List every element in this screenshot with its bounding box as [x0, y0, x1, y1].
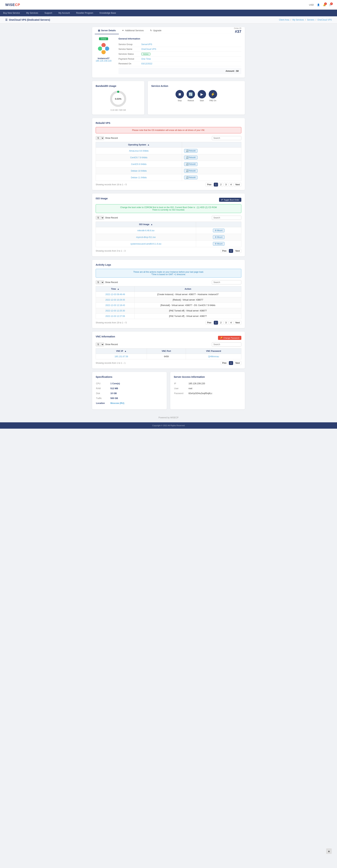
vnc-search-input[interactable] [212, 342, 241, 346]
rebuild-button[interactable]: 🔄 Rebuild [184, 162, 197, 166]
rebuild-page-3-btn[interactable]: 3 [224, 183, 228, 187]
cart-icon[interactable]: 🛒 0 [329, 3, 332, 6]
activity-page-3-btn[interactable]: 3 [224, 321, 228, 324]
activity-time-cell: 2022-12-03 12:27:06 [96, 314, 134, 319]
svg-point-2 [98, 46, 102, 51]
server-visual: Online instance37 185.126.239.220 [96, 37, 112, 62]
tab-upgrade[interactable]: ↻ Upgrade [147, 27, 165, 34]
svg-point-3 [105, 46, 109, 51]
activity-page-2-btn[interactable]: 2 [219, 321, 223, 324]
specs-access-row: Specifications CPU 1 Core(s) RAM 512 MB … [92, 372, 245, 409]
vnc-show-select[interactable]: 51025 [96, 342, 104, 346]
access-value-password: 82eXyGDHuZeqtf5nj8Lc [188, 391, 241, 396]
activity-logs-section: Activity Logs These are all the actions … [92, 260, 245, 328]
nav-knowledge-base[interactable]: Knowledge Base [96, 10, 119, 16]
iso-next-btn[interactable]: Next [234, 249, 241, 253]
reboot-action[interactable]: 🔄 Reboot [187, 90, 195, 101]
nav-my-services[interactable]: My Services [23, 10, 41, 16]
table-row: CentOS 8 64bits 🔄 Rebuild [96, 161, 241, 167]
vnc-password-cell: QHMnmrau [186, 354, 241, 359]
start-action[interactable]: ▶ Start [197, 90, 206, 101]
activity-prev-btn[interactable]: Prev [206, 321, 213, 324]
notification-icon[interactable]: 🔔 1 [323, 3, 326, 6]
activity-action-cell: [PAE Turned off] - Virtual server: 43807… [134, 308, 241, 314]
pae-action[interactable]: ⚡ PAE On [209, 90, 217, 101]
vnc-page-1-btn[interactable]: 1 [229, 361, 233, 365]
payment-period-value[interactable]: One Time [141, 58, 151, 60]
iso-prev-btn[interactable]: Prev [221, 249, 228, 253]
activity-showing-text: Showing records from 19 to 1 – 5 [96, 321, 127, 324]
iso-showing-text: Showing records from 3 to 1 – 3 [96, 250, 125, 252]
rebuild-button[interactable]: 🔄 Rebuild [184, 176, 197, 179]
rebuild-show-select[interactable]: 51025 [96, 136, 104, 140]
access-label-password: Password [174, 391, 188, 396]
notification-badge: 1 [324, 2, 327, 5]
activity-time-header: Time ▲ [96, 286, 134, 292]
rebuild-prev-btn[interactable]: Prev [206, 183, 213, 187]
rebuild-next-btn[interactable]: Next [234, 183, 241, 187]
nav-my-account[interactable]: My Account [55, 10, 73, 16]
table-row: 2022-12-03 12:25:30 [PAE Turned off] - V… [96, 308, 241, 314]
breadcrumb-onecloud-vps[interactable]: OneCloud VPS [317, 19, 332, 21]
iso-search-input[interactable] [212, 216, 241, 220]
service-group-value[interactable]: ServerVPS [141, 43, 152, 45]
vnc-pagination: Showing records from 1 to 1 – 1 Prev 1 N… [96, 361, 241, 365]
activity-show-select[interactable]: 51025 [96, 280, 104, 284]
rebuild-button[interactable]: 🔄 Rebuild [184, 156, 197, 159]
rebuild-button[interactable]: 🔄 Rebuild [184, 169, 197, 173]
user-icon[interactable]: 👤 [317, 3, 320, 6]
additional-services-icon: ✦ [122, 29, 124, 32]
toggle-boot-order-button[interactable]: ⇄ Toggle Boot Order [219, 198, 241, 202]
activity-next-btn[interactable]: Next [234, 321, 241, 324]
os-name-cell: AlmaLinux 8.6 64bits [96, 148, 182, 154]
vnc-section: VNC Information 🔑 Change Password 51025 … [92, 332, 245, 369]
iso-show-select[interactable]: 51025 [96, 216, 104, 220]
nav-buy-new-service[interactable]: Buy New Service [0, 10, 23, 16]
access-value-user: root [188, 386, 241, 391]
renewed-on-value[interactable]: 03/12/2022 [141, 62, 152, 65]
mount-button[interactable]: ⚙ Mount [213, 235, 224, 239]
service-name-value[interactable]: OneCloud VPS [141, 48, 156, 50]
spec-value-ram: 512 MB [111, 386, 163, 391]
nav-support[interactable]: Support [41, 10, 55, 16]
activity-page-4-btn[interactable]: 4 [229, 321, 233, 324]
table-row: 2022-12-03 12:18:43 [Reinstall] - Virtua… [96, 303, 241, 308]
mount-button[interactable]: ⚙ Mount [213, 228, 224, 232]
iso-page-1-btn[interactable]: 1 [229, 249, 233, 253]
tab-additional-services[interactable]: ✦ Additional Services [119, 27, 147, 34]
nav-reseller-program[interactable]: Reseller Program [73, 10, 96, 16]
rebuild-page-2-btn[interactable]: 2 [219, 183, 223, 187]
change-password-button[interactable]: 🔑 Change Password [218, 336, 241, 340]
rebuild-search-input[interactable] [212, 136, 241, 140]
rebuild-page-4-btn[interactable]: 4 [229, 183, 233, 187]
spec-value-location: Moscow (RU) [111, 401, 163, 405]
mount-button[interactable]: ⚙ Mount [213, 242, 224, 246]
vnc-prev-btn[interactable]: Prev [221, 361, 228, 365]
activity-action-cell: [Reinstall] - Virtual server: 438077 - D… [134, 303, 241, 308]
vnc-next-btn[interactable]: Next [234, 361, 241, 365]
rebuild-button[interactable]: 🔄 Rebuild [184, 149, 197, 153]
vnc-show-record: 51025 Show Record [96, 342, 118, 346]
stop-action[interactable]: ⏹ Stop [176, 90, 184, 101]
vnc-port-cell: 6459 [147, 354, 186, 359]
tabs: ▤ Server Details ✦ Additional Services ↻… [92, 27, 234, 34]
info-row-payment: Payment Period One Time [119, 57, 241, 61]
access-label-ip: IP [174, 381, 188, 386]
breadcrumb-servers[interactable]: Servers [307, 19, 314, 21]
rebuild-page-1-btn[interactable]: 1 [214, 183, 218, 187]
server-access-card: Server Access Information IP 185.126.239… [170, 372, 245, 409]
activity-search-input[interactable] [212, 280, 241, 284]
rebuild-show-label: Show Record [105, 137, 118, 139]
vnc-showing-text: Showing records from 1 to 1 – 1 [96, 362, 125, 364]
top-right: USD 👤 🔔 1 🛒 0 [309, 3, 332, 6]
rebuild-vps-title: Rebuild VPS [96, 122, 241, 124]
table-row: mysrcd-dhcp-511.iso ⚙ Mount [96, 234, 241, 241]
breadcrumb-client-area[interactable]: Client Area [279, 19, 289, 21]
logo: WISECP [5, 3, 20, 7]
tab-server-details[interactable]: ▤ Server Details [95, 27, 119, 34]
breadcrumb-my-services[interactable]: My Services [293, 19, 304, 21]
os-name-cell: CentOS 8 64bits [96, 161, 182, 167]
activity-page-1-btn[interactable]: 1 [214, 321, 218, 324]
activity-action-cell: [PAE Turned off] - Virtual server: 43807… [134, 314, 241, 319]
nav-bar: Buy New Service My Services Support My A… [0, 10, 337, 16]
